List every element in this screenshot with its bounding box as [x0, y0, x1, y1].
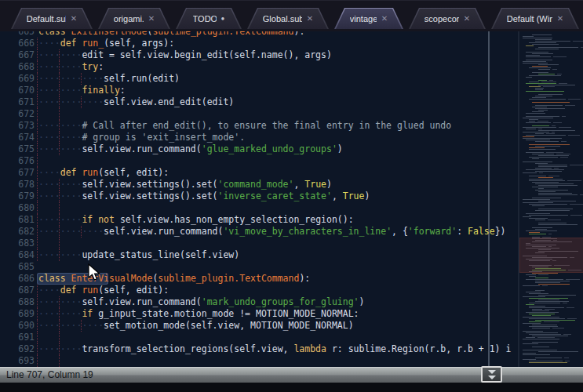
line-number: 666 — [0, 38, 35, 49]
code-line[interactable]: 687····def run(self, edit): — [0, 285, 518, 296]
indent-guide — [37, 143, 38, 155]
token-fn: run — [82, 167, 98, 178]
code-line[interactable]: 688········self.view.run_command('mark_u… — [0, 296, 518, 308]
token-fn: sublime_plugin.TextCommand — [158, 273, 299, 284]
token-txt: ): — [293, 31, 304, 37]
code-text: ····def run(self, edit): — [38, 285, 169, 296]
code-line[interactable]: 679········self.view.settings().set('inv… — [0, 191, 518, 202]
minimap-code-row — [529, 218, 548, 219]
minimap-code-row — [538, 351, 578, 352]
token-txt: transform_selection_regions(self.view, — [82, 343, 293, 354]
minimap[interactable] — [518, 31, 583, 367]
minimap-code-row — [538, 185, 578, 186]
code-text: ········self.view.settings().set('invers… — [38, 191, 370, 201]
code-line[interactable]: 673········# Call after end_edit(), to e… — [0, 120, 518, 132]
scroll-down-icon[interactable] — [488, 370, 496, 374]
minimap-viewport[interactable] — [519, 238, 583, 273]
token-str: 'inverse_caret_state' — [217, 191, 331, 201]
code-line[interactable]: 683 — [0, 238, 518, 249]
code-line[interactable]: 669············self.run(edit) — [0, 73, 518, 85]
tab-scopecommand[interactable]: scopecommand✕ — [409, 8, 486, 29]
code-line[interactable]: 684········update_status_line(self.view) — [0, 249, 518, 261]
minimap-code-row — [526, 122, 551, 123]
code-editor[interactable]: 665class ExitInsertMode(sublime_plugin.T… — [0, 31, 518, 367]
code-line[interactable]: 675········self.view.run_command('glue_m… — [0, 143, 518, 155]
minimap-code-row — [538, 224, 578, 225]
scroll-down-icon[interactable] — [488, 376, 496, 379]
window-bottom-edge — [0, 383, 583, 392]
minimap-code-row — [529, 119, 538, 120]
code-text: ········try: — [38, 61, 104, 72]
indent-guide — [37, 155, 38, 167]
code-line[interactable]: 692········transform_selection_regions(s… — [0, 343, 518, 355]
minimap-code-row — [573, 41, 583, 42]
code-line[interactable]: 678········self.view.settings().set('com… — [0, 179, 518, 191]
code-line[interactable]: 674········# group is 'exit_insert_mode'… — [0, 132, 518, 143]
minimap-code-row — [523, 339, 559, 339]
code-line[interactable]: 685 — [0, 261, 518, 273]
code-line[interactable]: 666····def run_(self, args): — [0, 38, 518, 49]
line-number: 675 — [0, 143, 35, 155]
close-icon[interactable]: ✕ — [464, 15, 470, 23]
code-text: ····def run(self, edit): — [38, 167, 169, 178]
code-line[interactable]: 690············set_motion_mode(self.view… — [0, 320, 518, 332]
line-number: 670 — [0, 85, 35, 96]
minimap-code-row — [526, 312, 559, 313]
minimap-code-row — [538, 274, 548, 275]
close-icon[interactable]: ✕ — [381, 15, 388, 23]
tab-global-sublime[interactable]: Global.sublime✕ — [247, 8, 329, 29]
code-line[interactable]: 686class EnterVisualMode(sublime_plugin.… — [0, 273, 518, 285]
token-str: 'mark_undo_groups_for_gluing' — [202, 296, 359, 307]
tab-origami-py[interactable]: origami.py✕ — [98, 8, 170, 29]
scrollbar-stepper[interactable] — [481, 366, 502, 383]
code-line[interactable]: 677····def run(self, edit): — [0, 167, 518, 179]
tab-vintage-py[interactable]: vintage.py✕ — [334, 8, 403, 29]
minimap-code-row — [532, 111, 544, 112]
tab-label: Default (Windo — [507, 14, 552, 24]
token-com: # group is 'exit_insert_mode'. — [82, 132, 245, 143]
token-txt: self.run(edit) — [104, 73, 180, 84]
close-icon[interactable]: ✕ — [148, 15, 155, 23]
line-number: 667 — [0, 49, 35, 61]
minimap-code-row — [532, 328, 550, 328]
code-line[interactable]: 667········edit = self.view.begin_edit(s… — [0, 49, 518, 61]
code-line[interactable]: 672 — [0, 108, 518, 120]
code-line[interactable]: 689········if g_input_state.motion_mode … — [0, 308, 518, 320]
tab-todo-txt[interactable]: TODO.txt● — [176, 8, 242, 29]
code-line[interactable]: 680 — [0, 202, 518, 214]
token-txt: self.view.run_command( — [82, 296, 201, 307]
code-line[interactable]: 671············self.view.end_edit(edit) — [0, 96, 518, 108]
minimap-code-row — [535, 190, 568, 191]
code-line[interactable]: 682············self.view.run_command('vi… — [0, 226, 518, 238]
minimap-code-row — [529, 334, 561, 335]
minimap-code-row — [535, 301, 569, 302]
code-line[interactable]: 665class ExitInsertMode(sublime_plugin.T… — [0, 31, 518, 38]
minimap-code-row — [538, 295, 576, 296]
token-fn: ExitInsertMode — [71, 31, 148, 37]
line-number: 676 — [0, 155, 35, 167]
code-line[interactable]: 691 — [0, 332, 518, 343]
minimap-code-row — [526, 292, 541, 292]
minimap-code-row — [554, 168, 559, 169]
tab-default-sublim[interactable]: Default.sublim✕ — [11, 8, 93, 29]
minimap-code-row — [532, 198, 561, 198]
minimap-code-row — [538, 177, 553, 178]
close-icon[interactable]: ✕ — [557, 15, 563, 23]
line-number: 671 — [0, 96, 35, 108]
close-icon[interactable]: ✕ — [307, 15, 313, 23]
minimap-code-row — [529, 361, 563, 361]
tab-default-windo[interactable]: Default (Windo✕ — [491, 8, 579, 29]
code-line[interactable]: 681········if not self.view.has_non_empt… — [0, 214, 518, 226]
code-line[interactable]: 676 — [0, 155, 518, 167]
minimap-code-row — [529, 314, 555, 314]
close-icon[interactable]: ✕ — [71, 15, 77, 23]
minimap-code-row — [560, 157, 568, 158]
code-line[interactable]: 668········try: — [0, 61, 518, 73]
minimap-code-row — [526, 140, 550, 140]
code-line[interactable]: 670········finally: — [0, 85, 518, 96]
minimap-code-row — [535, 210, 570, 211]
whitespace-dots: ···· — [38, 285, 60, 296]
minimap-code-row — [532, 342, 558, 343]
code-line[interactable]: 693 — [0, 355, 518, 367]
minimap-code-row — [538, 85, 575, 85]
